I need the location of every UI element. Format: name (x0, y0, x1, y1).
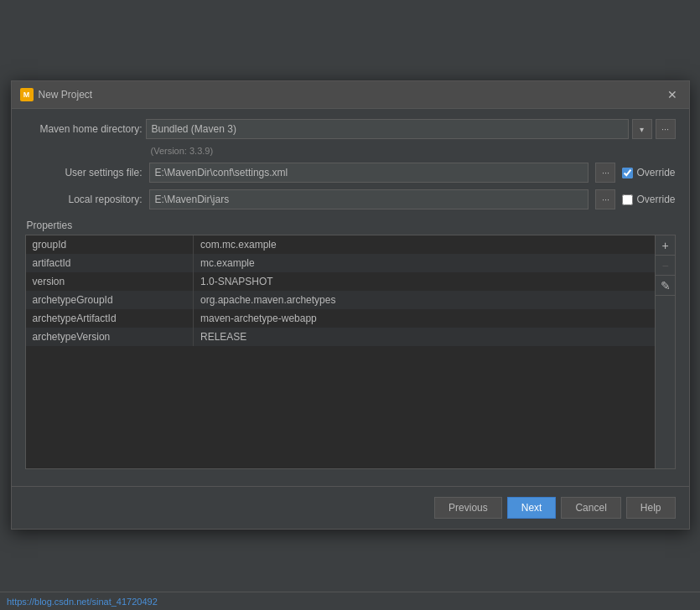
close-button[interactable]: ✕ (664, 86, 681, 103)
table-row[interactable]: artifactId mc.example (26, 254, 655, 272)
new-project-dialog: M New Project ✕ Maven home directory: ▾ … (11, 80, 690, 530)
local-repo-override-checkbox[interactable] (622, 194, 633, 205)
user-settings-browse-button[interactable]: ··· (595, 163, 615, 183)
table-row[interactable]: groupId com.mc.example (26, 235, 655, 254)
maven-home-input[interactable] (146, 119, 629, 139)
properties-header: Properties (27, 220, 676, 231)
user-settings-row: User settings file: ··· Override (25, 163, 676, 183)
properties-table[interactable]: groupId com.mc.example artifactId mc.exa… (26, 235, 655, 468)
table-row[interactable]: version 1.0-SNAPSHOT (26, 272, 655, 291)
maven-version-text: (Version: 3.3.9) (151, 146, 676, 156)
titlebar: M New Project ✕ (12, 81, 689, 109)
prop-key: archetypeVersion (26, 328, 194, 346)
dialog-footer: Previous Next Cancel Help (12, 486, 689, 529)
prop-key: groupId (26, 235, 194, 254)
maven-home-label: Maven home directory: (25, 123, 143, 135)
status-url: https://blog.csdn.net/sinat_41720492 (7, 597, 158, 607)
local-repo-label: Local repository: (25, 194, 143, 205)
maven-home-browse-button[interactable]: ··· (656, 119, 676, 139)
prop-value: RELEASE (194, 328, 655, 346)
status-bar: https://blog.csdn.net/sinat_41720492 (0, 592, 700, 610)
user-settings-input[interactable] (149, 163, 589, 183)
dialog-content: Maven home directory: ▾ ··· (Version: 3.… (12, 109, 689, 479)
maven-home-row: Maven home directory: ▾ ··· (25, 119, 676, 139)
properties-section: Properties groupId com.mc.example artifa… (25, 220, 676, 469)
user-settings-override-label: Override (636, 167, 675, 178)
user-settings-label: User settings file: (25, 167, 143, 178)
table-row[interactable]: archetypeArtifactId maven-archetype-weba… (26, 309, 655, 328)
properties-table-container: groupId com.mc.example artifactId mc.exa… (25, 235, 676, 469)
table-row[interactable]: archetypeVersion RELEASE (26, 328, 655, 346)
prop-value: maven-archetype-webapp (194, 309, 655, 328)
edit-property-button[interactable]: ✎ (656, 276, 676, 296)
previous-button[interactable]: Previous (434, 497, 502, 519)
prop-key: archetypeArtifactId (26, 309, 194, 328)
prop-value: com.mc.example (194, 235, 655, 254)
dialog-overlay: M New Project ✕ Maven home directory: ▾ … (0, 0, 700, 610)
prop-key: archetypeGroupId (26, 291, 194, 309)
prop-key: version (26, 272, 194, 291)
add-property-button[interactable]: + (656, 235, 676, 256)
local-repo-input[interactable] (149, 189, 589, 209)
prop-key: artifactId (26, 254, 194, 272)
local-repo-row: Local repository: ··· Override (25, 189, 676, 209)
dialog-icon: M (20, 88, 34, 101)
maven-home-dropdown-button[interactable]: ▾ (632, 119, 652, 139)
prop-value: 1.0-SNAPSHOT (194, 272, 655, 291)
table-row[interactable]: archetypeGroupId org.apache.maven.archet… (26, 291, 655, 309)
properties-actions: + − ✎ (655, 235, 675, 468)
prop-value: org.apache.maven.archetypes (194, 291, 655, 309)
local-repo-browse-button[interactable]: ··· (595, 189, 615, 209)
local-repo-override-label: Override (636, 194, 675, 205)
help-button[interactable]: Help (626, 497, 676, 519)
dialog-title: New Project (39, 89, 93, 101)
prop-value: mc.example (194, 254, 655, 272)
next-button[interactable]: Next (507, 497, 557, 519)
user-settings-override-checkbox[interactable] (622, 168, 633, 178)
cancel-button[interactable]: Cancel (561, 497, 620, 519)
remove-property-button[interactable]: − (656, 256, 676, 276)
